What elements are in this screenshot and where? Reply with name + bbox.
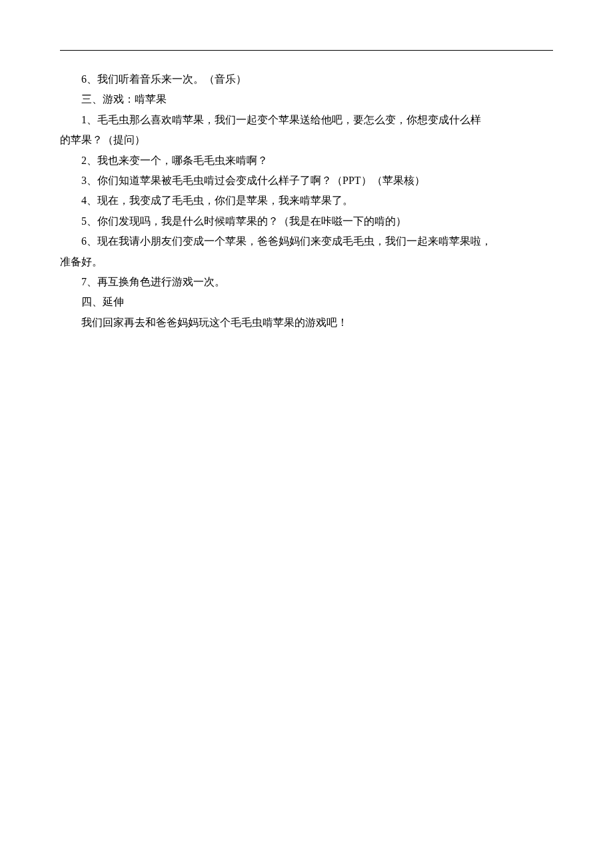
text-line-continuation: 的苹果？（提问） [60,130,553,150]
text-line-continuation: 准备好。 [60,252,553,272]
text-line: 4、现在，我变成了毛毛虫，你们是苹果，我来啃苹果了。 [60,191,553,211]
text-line: 6、现在我请小朋友们变成一个苹果，爸爸妈妈们来变成毛毛虫，我们一起来啃苹果啦， [60,231,553,251]
document-body: 6、我们听着音乐来一次。（音乐） 三、游戏：啃苹果 1、毛毛虫那么喜欢啃苹果，我… [60,69,553,333]
text-line: 6、我们听着音乐来一次。（音乐） [60,69,553,89]
section-heading: 四、延伸 [60,292,553,312]
text-line: 7、再互换角色进行游戏一次。 [60,272,553,292]
text-line: 1、毛毛虫那么喜欢啃苹果，我们一起变个苹果送给他吧，要怎么变，你想变成什么样 [60,110,553,130]
horizontal-rule [60,50,553,51]
document-page: 6、我们听着音乐来一次。（音乐） 三、游戏：啃苹果 1、毛毛虫那么喜欢啃苹果，我… [0,0,613,868]
text-line: 我们回家再去和爸爸妈妈玩这个毛毛虫啃苹果的游戏吧！ [60,313,553,333]
text-line: 3、你们知道苹果被毛毛虫啃过会变成什么样子了啊？（PPT）（苹果核） [60,171,553,191]
text-line: 5、你们发现吗，我是什么时候啃苹果的？（我是在咔嗞一下的啃的） [60,211,553,231]
text-line: 2、我也来变一个，哪条毛毛虫来啃啊？ [60,151,553,171]
section-heading: 三、游戏：啃苹果 [60,89,553,109]
